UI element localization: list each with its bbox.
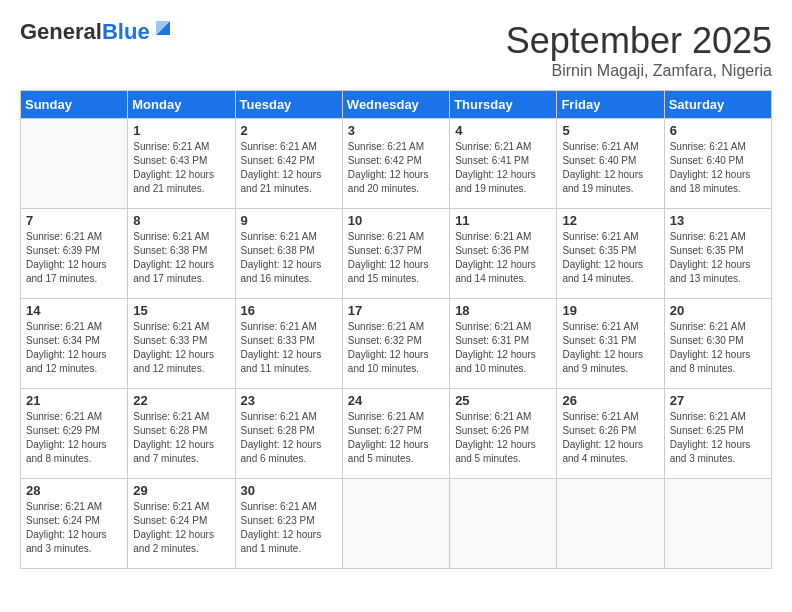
calendar-cell: 24Sunrise: 6:21 AMSunset: 6:27 PMDayligh…	[342, 389, 449, 479]
day-info: Sunrise: 6:21 AMSunset: 6:29 PMDaylight:…	[26, 410, 122, 466]
calendar-cell: 17Sunrise: 6:21 AMSunset: 6:32 PMDayligh…	[342, 299, 449, 389]
calendar-cell: 5Sunrise: 6:21 AMSunset: 6:40 PMDaylight…	[557, 119, 664, 209]
day-number: 29	[133, 483, 229, 498]
logo-icon	[152, 17, 174, 39]
day-number: 23	[241, 393, 337, 408]
day-info: Sunrise: 6:21 AMSunset: 6:39 PMDaylight:…	[26, 230, 122, 286]
calendar-cell: 30Sunrise: 6:21 AMSunset: 6:23 PMDayligh…	[235, 479, 342, 569]
calendar-cell: 19Sunrise: 6:21 AMSunset: 6:31 PMDayligh…	[557, 299, 664, 389]
weekday-header-thursday: Thursday	[450, 91, 557, 119]
day-number: 1	[133, 123, 229, 138]
day-number: 10	[348, 213, 444, 228]
day-info: Sunrise: 6:21 AMSunset: 6:24 PMDaylight:…	[26, 500, 122, 556]
day-info: Sunrise: 6:21 AMSunset: 6:40 PMDaylight:…	[562, 140, 658, 196]
day-info: Sunrise: 6:21 AMSunset: 6:41 PMDaylight:…	[455, 140, 551, 196]
day-info: Sunrise: 6:21 AMSunset: 6:26 PMDaylight:…	[562, 410, 658, 466]
day-info: Sunrise: 6:21 AMSunset: 6:36 PMDaylight:…	[455, 230, 551, 286]
calendar-cell: 7Sunrise: 6:21 AMSunset: 6:39 PMDaylight…	[21, 209, 128, 299]
calendar-cell: 8Sunrise: 6:21 AMSunset: 6:38 PMDaylight…	[128, 209, 235, 299]
day-info: Sunrise: 6:21 AMSunset: 6:33 PMDaylight:…	[133, 320, 229, 376]
calendar-cell: 4Sunrise: 6:21 AMSunset: 6:41 PMDaylight…	[450, 119, 557, 209]
calendar-cell	[342, 479, 449, 569]
weekday-header-tuesday: Tuesday	[235, 91, 342, 119]
day-info: Sunrise: 6:21 AMSunset: 6:26 PMDaylight:…	[455, 410, 551, 466]
calendar-cell: 26Sunrise: 6:21 AMSunset: 6:26 PMDayligh…	[557, 389, 664, 479]
day-number: 6	[670, 123, 766, 138]
day-info: Sunrise: 6:21 AMSunset: 6:42 PMDaylight:…	[348, 140, 444, 196]
day-info: Sunrise: 6:21 AMSunset: 6:32 PMDaylight:…	[348, 320, 444, 376]
title-block: September 2025 Birnin Magaji, Zamfara, N…	[506, 20, 772, 80]
month-title: September 2025	[506, 20, 772, 62]
calendar-cell: 2Sunrise: 6:21 AMSunset: 6:42 PMDaylight…	[235, 119, 342, 209]
weekday-header-row: SundayMondayTuesdayWednesdayThursdayFrid…	[21, 91, 772, 119]
day-number: 27	[670, 393, 766, 408]
day-number: 2	[241, 123, 337, 138]
logo-text: GeneralBlue	[20, 20, 150, 44]
day-info: Sunrise: 6:21 AMSunset: 6:33 PMDaylight:…	[241, 320, 337, 376]
day-info: Sunrise: 6:21 AMSunset: 6:24 PMDaylight:…	[133, 500, 229, 556]
day-number: 21	[26, 393, 122, 408]
day-number: 17	[348, 303, 444, 318]
day-number: 26	[562, 393, 658, 408]
calendar-cell: 11Sunrise: 6:21 AMSunset: 6:36 PMDayligh…	[450, 209, 557, 299]
day-number: 19	[562, 303, 658, 318]
calendar-cell: 13Sunrise: 6:21 AMSunset: 6:35 PMDayligh…	[664, 209, 771, 299]
weekday-header-monday: Monday	[128, 91, 235, 119]
calendar-cell: 6Sunrise: 6:21 AMSunset: 6:40 PMDaylight…	[664, 119, 771, 209]
calendar-cell	[21, 119, 128, 209]
calendar-cell: 1Sunrise: 6:21 AMSunset: 6:43 PMDaylight…	[128, 119, 235, 209]
day-number: 7	[26, 213, 122, 228]
calendar-cell: 22Sunrise: 6:21 AMSunset: 6:28 PMDayligh…	[128, 389, 235, 479]
day-info: Sunrise: 6:21 AMSunset: 6:38 PMDaylight:…	[133, 230, 229, 286]
logo: GeneralBlue	[20, 20, 174, 44]
day-info: Sunrise: 6:21 AMSunset: 6:42 PMDaylight:…	[241, 140, 337, 196]
day-number: 15	[133, 303, 229, 318]
calendar-cell: 16Sunrise: 6:21 AMSunset: 6:33 PMDayligh…	[235, 299, 342, 389]
location-subtitle: Birnin Magaji, Zamfara, Nigeria	[506, 62, 772, 80]
calendar-header: SundayMondayTuesdayWednesdayThursdayFrid…	[21, 91, 772, 119]
day-number: 16	[241, 303, 337, 318]
day-info: Sunrise: 6:21 AMSunset: 6:31 PMDaylight:…	[455, 320, 551, 376]
day-number: 5	[562, 123, 658, 138]
weekday-header-wednesday: Wednesday	[342, 91, 449, 119]
day-number: 13	[670, 213, 766, 228]
day-info: Sunrise: 6:21 AMSunset: 6:30 PMDaylight:…	[670, 320, 766, 376]
day-number: 28	[26, 483, 122, 498]
calendar-cell: 21Sunrise: 6:21 AMSunset: 6:29 PMDayligh…	[21, 389, 128, 479]
weekday-header-sunday: Sunday	[21, 91, 128, 119]
day-number: 18	[455, 303, 551, 318]
day-info: Sunrise: 6:21 AMSunset: 6:27 PMDaylight:…	[348, 410, 444, 466]
day-info: Sunrise: 6:21 AMSunset: 6:28 PMDaylight:…	[241, 410, 337, 466]
day-number: 24	[348, 393, 444, 408]
calendar-cell: 25Sunrise: 6:21 AMSunset: 6:26 PMDayligh…	[450, 389, 557, 479]
calendar-week-3: 14Sunrise: 6:21 AMSunset: 6:34 PMDayligh…	[21, 299, 772, 389]
day-info: Sunrise: 6:21 AMSunset: 6:43 PMDaylight:…	[133, 140, 229, 196]
calendar-cell: 29Sunrise: 6:21 AMSunset: 6:24 PMDayligh…	[128, 479, 235, 569]
calendar-week-5: 28Sunrise: 6:21 AMSunset: 6:24 PMDayligh…	[21, 479, 772, 569]
day-info: Sunrise: 6:21 AMSunset: 6:34 PMDaylight:…	[26, 320, 122, 376]
day-number: 30	[241, 483, 337, 498]
day-number: 20	[670, 303, 766, 318]
calendar-cell: 23Sunrise: 6:21 AMSunset: 6:28 PMDayligh…	[235, 389, 342, 479]
day-info: Sunrise: 6:21 AMSunset: 6:31 PMDaylight:…	[562, 320, 658, 376]
calendar-table: SundayMondayTuesdayWednesdayThursdayFrid…	[20, 90, 772, 569]
day-number: 25	[455, 393, 551, 408]
day-number: 4	[455, 123, 551, 138]
day-info: Sunrise: 6:21 AMSunset: 6:23 PMDaylight:…	[241, 500, 337, 556]
calendar-week-2: 7Sunrise: 6:21 AMSunset: 6:39 PMDaylight…	[21, 209, 772, 299]
day-info: Sunrise: 6:21 AMSunset: 6:35 PMDaylight:…	[562, 230, 658, 286]
calendar-cell: 14Sunrise: 6:21 AMSunset: 6:34 PMDayligh…	[21, 299, 128, 389]
day-number: 12	[562, 213, 658, 228]
day-info: Sunrise: 6:21 AMSunset: 6:28 PMDaylight:…	[133, 410, 229, 466]
calendar-week-4: 21Sunrise: 6:21 AMSunset: 6:29 PMDayligh…	[21, 389, 772, 479]
calendar-cell: 20Sunrise: 6:21 AMSunset: 6:30 PMDayligh…	[664, 299, 771, 389]
calendar-cell: 12Sunrise: 6:21 AMSunset: 6:35 PMDayligh…	[557, 209, 664, 299]
day-number: 11	[455, 213, 551, 228]
day-info: Sunrise: 6:21 AMSunset: 6:40 PMDaylight:…	[670, 140, 766, 196]
calendar-cell: 9Sunrise: 6:21 AMSunset: 6:38 PMDaylight…	[235, 209, 342, 299]
day-info: Sunrise: 6:21 AMSunset: 6:25 PMDaylight:…	[670, 410, 766, 466]
calendar-week-1: 1Sunrise: 6:21 AMSunset: 6:43 PMDaylight…	[21, 119, 772, 209]
day-info: Sunrise: 6:21 AMSunset: 6:37 PMDaylight:…	[348, 230, 444, 286]
calendar-cell: 27Sunrise: 6:21 AMSunset: 6:25 PMDayligh…	[664, 389, 771, 479]
day-number: 8	[133, 213, 229, 228]
